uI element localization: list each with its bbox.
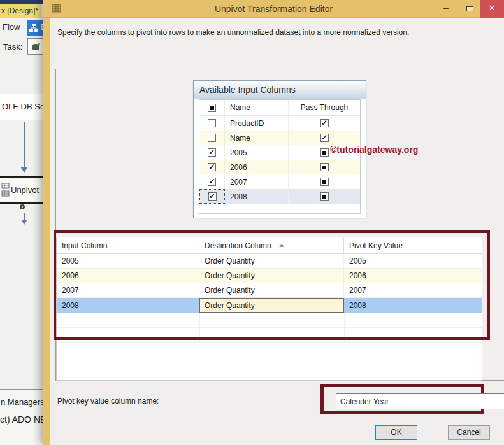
checkbox-indeterminate-icon[interactable] [320, 192, 329, 201]
select-all-checkbox-indeterminate-icon[interactable] [208, 104, 216, 112]
checkbox-indeterminate-icon[interactable] [320, 163, 329, 171]
close-button[interactable]: ✕ [480, 0, 504, 18]
checkbox-checked-icon[interactable]: ✓ [208, 163, 216, 171]
column-name: 2006 [225, 160, 289, 174]
row-checkbox-cell[interactable] [199, 116, 225, 131]
input-column-row-selected[interactable]: ✓ 2008 [199, 189, 360, 204]
row-checkbox-cell-focused[interactable]: ✓ [199, 189, 225, 204]
checkbox-checked-icon[interactable]: ✓ [208, 178, 216, 186]
empty-row-separator [57, 342, 482, 343]
minimize-button[interactable]: – [437, 0, 455, 17]
cancel-button[interactable]: Cancel [448, 425, 490, 440]
ole-db-source-label: OLE DB So [2, 102, 45, 111]
checkbox-indeterminate-icon[interactable] [320, 178, 329, 186]
input-column-row[interactable]: ProductID ✓ [199, 116, 360, 131]
annotation-rect-mapping-table [54, 230, 490, 340]
connector-start-dot[interactable] [20, 204, 25, 209]
checkbox-checked-icon[interactable]: ✓ [320, 134, 329, 142]
column-name: Name [225, 131, 289, 145]
unpivot-component-box[interactable]: Unpivot [0, 176, 43, 204]
pass-through-cell[interactable]: ✓ [289, 131, 360, 145]
pivot-key-column-name-input[interactable] [336, 393, 504, 409]
pivot-key-column-name-label: Pivot key value column name: [57, 397, 159, 406]
input-column-row[interactable]: ✓ 2007 [199, 174, 360, 189]
column-name: 2008 [225, 189, 289, 204]
checkbox-checked-icon[interactable]: ✓ [320, 119, 329, 127]
column-name: 2007 [225, 174, 289, 189]
dataflow-connector-line [24, 213, 25, 220]
dataflow-connector-arrow-icon [20, 167, 28, 173]
dataflow-connector-arrow-icon [21, 220, 27, 225]
watermark: ©tutorialgateway.org [330, 145, 418, 155]
input-column-row[interactable]: Name ✓ [199, 131, 360, 145]
dialog-description: Specify the columns to pivot into rows t… [57, 28, 409, 37]
available-input-columns-title: Available Input Columns [194, 81, 366, 99]
task-button[interactable] [27, 38, 45, 55]
vs-designer-background: x [Design]* Flow D Task: OLE DB So [0, 0, 46, 445]
column-name: ProductID [225, 116, 289, 131]
column-name: 2005 [225, 145, 289, 160]
data-flow-icon [29, 23, 39, 33]
pass-through-cell[interactable] [289, 160, 360, 174]
connection-managers-pane: n Managers ct) ADO NE [0, 390, 43, 445]
dialog-titlebar[interactable]: Unpivot Transformation Editor [43, 0, 504, 18]
row-checkbox-cell[interactable] [199, 131, 225, 145]
name-column-header[interactable]: Name [225, 100, 289, 115]
ole-db-source-box[interactable]: OLE DB So [0, 94, 43, 120]
pass-through-cell[interactable] [289, 174, 360, 189]
checkbox-indeterminate-icon[interactable] [320, 148, 329, 157]
pass-through-cell[interactable] [289, 189, 360, 204]
checkbox-checked-icon[interactable]: ✓ [208, 148, 216, 157]
unpivot-transformation-editor-dialog: Unpivot Transformation Editor – ✕ Specif… [43, 0, 504, 445]
dataflow-connector-line [24, 122, 25, 167]
maximize-icon [466, 6, 473, 11]
grid-header-row: Name Pass Through [199, 100, 360, 116]
select-all-checkbox-cell[interactable] [199, 100, 225, 115]
row-checkbox-cell[interactable]: ✓ [199, 145, 225, 160]
connection-manager-item[interactable]: ct) ADO NE [0, 414, 46, 425]
available-input-columns-grid[interactable]: Name Pass Through ProductID ✓ Name ✓ ✓ 2… [199, 99, 361, 214]
designer-tab[interactable]: x [Design]* [0, 4, 41, 18]
unpivot-component-icon [1, 183, 10, 198]
flow-toolbar-label: Flow [3, 22, 20, 32]
footer-divider [55, 418, 504, 418]
input-column-row[interactable]: ✓ 2006 [199, 160, 360, 174]
pass-through-column-header[interactable]: Pass Through [289, 100, 360, 115]
checkbox-unchecked-icon[interactable] [208, 119, 216, 127]
screenshot-root: x [Design]* Flow D Task: OLE DB So [0, 0, 504, 445]
row-checkbox-cell[interactable]: ✓ [199, 174, 225, 189]
connection-managers-tab[interactable]: n Managers [1, 397, 45, 407]
pass-through-cell[interactable]: ✓ [289, 116, 360, 131]
checkbox-checked-icon[interactable]: ✓ [208, 192, 217, 201]
row-checkbox-cell[interactable]: ✓ [199, 160, 225, 174]
maximize-button[interactable] [461, 0, 479, 17]
task-toolbar-label: Task: [3, 42, 22, 52]
task-icon [31, 42, 41, 52]
ok-button[interactable]: OK [375, 425, 417, 440]
dialog-title: Unpivot Transformation Editor [43, 0, 504, 18]
unpivot-component-label: Unpivot [11, 185, 39, 195]
checkbox-unchecked-icon[interactable] [208, 134, 216, 142]
